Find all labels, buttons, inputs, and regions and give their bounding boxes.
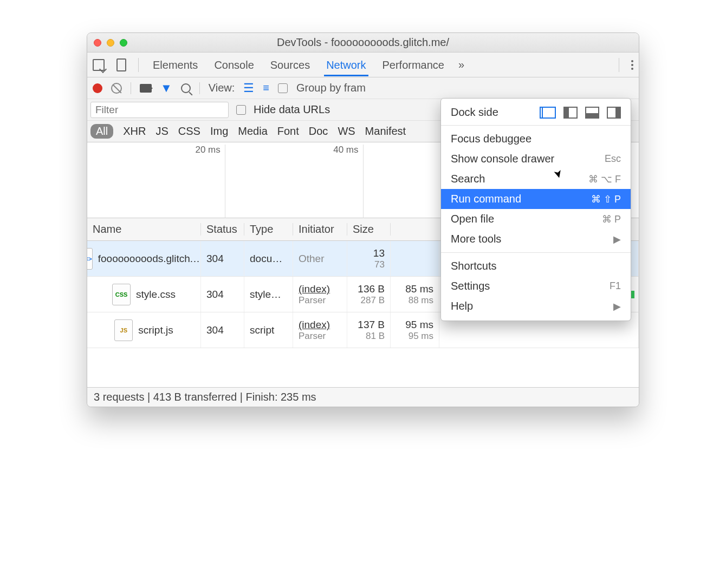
tab-console[interactable]: Console <box>212 54 256 76</box>
main-menu-popup: Dock side Focus debuggeeShow console dra… <box>440 98 631 321</box>
menu-item-shortcut: Esc <box>605 153 621 165</box>
view-label: View: <box>209 82 235 94</box>
filter-img[interactable]: Img <box>210 125 228 138</box>
size-sub: 287 B <box>361 295 385 306</box>
tab-network[interactable]: Network <box>324 54 368 76</box>
col-size[interactable]: Size <box>347 223 391 236</box>
filter-all[interactable]: All <box>90 124 113 139</box>
filter-media[interactable]: Media <box>238 125 267 138</box>
request-type: script <box>250 324 287 336</box>
kebab-menu-icon[interactable] <box>631 60 633 70</box>
menu-item-more-tools[interactable]: More tools▶ <box>441 229 631 249</box>
overview-icon[interactable]: ≡ <box>263 82 269 94</box>
separator <box>199 82 200 94</box>
filter-manifest[interactable]: Manifest <box>365 125 406 138</box>
status-bar: 3 requests | 413 B transferred | Finish:… <box>87 387 639 407</box>
clear-button[interactable] <box>111 83 122 94</box>
menu-separator <box>441 252 631 253</box>
col-status[interactable]: Status <box>201 223 244 236</box>
menu-item-settings[interactable]: SettingsF1 <box>441 276 631 296</box>
menu-item-open-file[interactable]: Open file⌘ P <box>441 209 631 229</box>
empty-rows <box>87 348 639 387</box>
tab-elements[interactable]: Elements <box>151 54 200 76</box>
group-by-frame-checkbox[interactable] <box>278 83 288 93</box>
filter-doc[interactable]: Doc <box>309 125 328 138</box>
dock-bottom-icon[interactable] <box>585 107 599 119</box>
tab-performance[interactable]: Performance <box>380 54 447 76</box>
more-tabs-icon[interactable]: » <box>458 58 464 71</box>
file-type-icon: JS <box>114 319 133 341</box>
screenshot-icon[interactable] <box>140 84 152 93</box>
panel-tabs: Elements Console Sources Network Perform… <box>87 53 639 77</box>
menu-item-label: Search <box>451 173 485 185</box>
request-initiator[interactable]: (index) <box>299 283 341 295</box>
file-type-icon: <> <box>87 248 93 270</box>
col-type[interactable]: Type <box>244 223 293 236</box>
filter-ws[interactable]: WS <box>338 125 355 138</box>
menu-separator <box>441 125 631 126</box>
request-name: fooooooooods.glitch.… <box>98 253 201 265</box>
menu-item-shortcuts[interactable]: Shortcuts <box>441 256 631 276</box>
menu-item-shortcut: ▶ <box>613 233 621 245</box>
request-size: 137 B <box>358 319 385 331</box>
dock-side-row: Dock side <box>441 103 631 122</box>
request-type: style… <box>250 289 287 300</box>
inspect-element-icon[interactable] <box>93 59 105 71</box>
separator <box>131 82 131 94</box>
dock-side-label: Dock side <box>451 106 498 119</box>
hide-data-urls-checkbox[interactable] <box>236 105 246 115</box>
filter-css[interactable]: CSS <box>178 125 200 138</box>
menu-item-label: Settings <box>451 280 490 292</box>
menu-item-shortcut: ⌘ ⌥ F <box>588 173 621 185</box>
request-time: 85 ms <box>405 283 433 295</box>
filter-font[interactable]: Font <box>277 125 299 138</box>
search-icon[interactable] <box>181 83 191 93</box>
request-status: 304 <box>206 289 238 300</box>
request-initiator[interactable]: (index) <box>299 319 341 331</box>
size-sub: 73 <box>374 259 385 270</box>
dock-undock-icon[interactable] <box>542 107 556 119</box>
window-title: DevTools - fooooooooods.glitch.me/ <box>87 36 639 49</box>
group-by-frame-label: Group by fram <box>296 82 366 94</box>
time-sub: 95 ms <box>409 331 433 342</box>
network-toolbar: ▼ View: ☰ ≡ Group by fram <box>87 77 639 99</box>
menu-item-label: More tools <box>451 233 501 245</box>
request-size: 136 B <box>358 283 385 295</box>
titlebar: DevTools - fooooooooods.glitch.me/ <box>87 33 639 53</box>
large-rows-icon[interactable]: ☰ <box>243 81 254 95</box>
timeline-tick: 20 ms <box>195 145 220 155</box>
menu-item-shortcut: F1 <box>610 280 621 292</box>
tab-sources[interactable]: Sources <box>268 54 312 76</box>
menu-item-search[interactable]: Search⌘ ⌥ F <box>441 169 631 189</box>
request-time: 95 ms <box>405 319 433 331</box>
hide-data-urls-label: Hide data URLs <box>254 103 330 116</box>
menu-item-show-console-drawer[interactable]: Show console drawerEsc <box>441 149 631 169</box>
request-initiator: Other <box>299 253 341 265</box>
device-toolbar-icon[interactable] <box>116 58 126 71</box>
filter-input[interactable] <box>90 102 229 118</box>
record-button[interactable] <box>93 83 102 93</box>
menu-item-label: Help <box>451 300 473 312</box>
menu-item-label: Shortcuts <box>451 260 496 272</box>
status-summary: 3 requests | 413 B transferred | Finish:… <box>94 391 316 403</box>
request-name: script.js <box>138 324 173 336</box>
menu-item-shortcut: ⌘ ⇧ P <box>591 193 621 205</box>
menu-item-run-command[interactable]: Run command⌘ ⇧ P <box>441 189 631 209</box>
menu-item-help[interactable]: Help▶ <box>441 296 631 316</box>
request-size: 13 <box>373 247 385 259</box>
size-sub: 81 B <box>366 331 385 342</box>
time-sub: 88 ms <box>409 295 433 306</box>
filter-js[interactable]: JS <box>155 125 168 138</box>
col-name[interactable]: Name <box>87 223 201 236</box>
col-initiator[interactable]: Initiator <box>293 223 347 236</box>
menu-item-focus-debuggee[interactable]: Focus debuggee <box>441 129 631 149</box>
filter-xhr[interactable]: XHR <box>123 125 146 138</box>
devtools-window: DevTools - fooooooooods.glitch.me/ Eleme… <box>87 32 639 407</box>
dock-left-icon[interactable] <box>563 107 578 119</box>
request-status: 304 <box>206 324 238 336</box>
dock-right-icon[interactable] <box>607 107 621 119</box>
file-type-icon: CSS <box>112 284 131 305</box>
request-type: docu… <box>250 253 287 265</box>
filter-toggle-icon[interactable]: ▼ <box>160 81 172 95</box>
menu-item-shortcut: ⌘ P <box>602 213 621 225</box>
